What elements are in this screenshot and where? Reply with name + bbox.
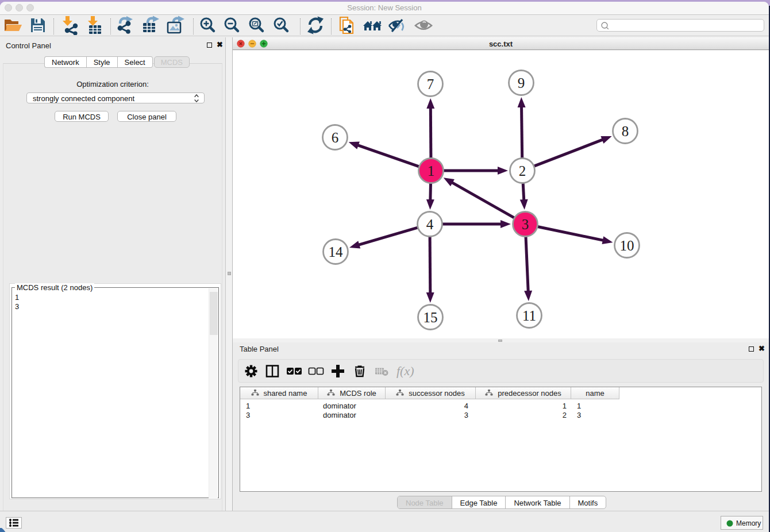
- svg-text:15: 15: [424, 310, 438, 325]
- svg-text:9: 9: [518, 75, 525, 91]
- svg-text:f(x): f(x): [396, 364, 414, 378]
- svg-text:10: 10: [620, 238, 634, 253]
- svg-text:7: 7: [427, 76, 434, 92]
- svg-text:3: 3: [522, 217, 529, 232]
- svg-text:2: 2: [519, 163, 526, 179]
- svg-text:14: 14: [329, 244, 344, 260]
- svg-text:11: 11: [522, 308, 536, 323]
- svg-text:4: 4: [426, 217, 434, 232]
- svg-text:6: 6: [332, 130, 339, 145]
- svg-text:8: 8: [622, 124, 629, 139]
- svg-text:1: 1: [428, 163, 435, 179]
